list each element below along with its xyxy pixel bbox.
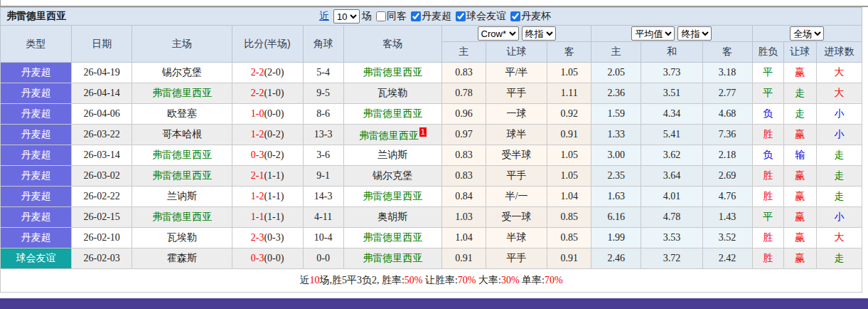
halftime-score: (1-1) [264, 191, 284, 201]
odds-line: 一球 [486, 104, 547, 125]
danish-cup-checkbox[interactable] [510, 11, 520, 21]
league-badge: 丹麦超 [1, 125, 72, 145]
odds-home: 0.83 [441, 63, 486, 83]
danish-superliga-label: 丹麦超 [422, 10, 451, 23]
result-handicap: 走 [783, 104, 816, 125]
corners-cell: 0-0 [303, 248, 343, 269]
home-team-name[interactable]: 弗雷德里西亚 [152, 170, 212, 181]
filter-club-friendly: 球会友谊 [456, 10, 506, 23]
avg-away: 2.42 [702, 248, 752, 269]
avg-draw: 3.64 [641, 166, 702, 187]
score-cell: 2-2(1-0) [232, 83, 303, 104]
odds-home: 0.97 [441, 125, 486, 145]
avg-draw: 4.01 [641, 187, 702, 207]
summary-value: 30% [501, 275, 520, 286]
home-team-name[interactable]: 欧登塞 [167, 108, 197, 119]
away-team-cell: 锡尔克堡 [343, 166, 441, 187]
average-stage-select[interactable]: 终指 [677, 26, 712, 41]
away-team-name[interactable]: 弗雷德里西亚 [363, 232, 422, 243]
home-team-name[interactable]: 哥本哈根 [162, 129, 202, 140]
home-team-name[interactable]: 弗雷德里西亚 [152, 211, 212, 222]
avg-home: 2.35 [591, 166, 641, 187]
score-cell: 1-2(1-1) [232, 187, 303, 207]
bookmaker-select[interactable]: Crow* [478, 26, 519, 41]
odds-stage-select[interactable]: 终指 [522, 26, 556, 41]
match-date: 26-02-03 [72, 248, 132, 269]
result-goals: 走 [816, 187, 862, 207]
result-outcome-header: 胜负 [752, 42, 783, 63]
league-badge: 丹麦超 [1, 83, 72, 104]
league-badge: 丹麦超 [1, 104, 72, 125]
summary-text: 单率: [520, 275, 545, 286]
club-friendly-checkbox[interactable] [456, 11, 466, 21]
corners-cell: 10-4 [303, 228, 343, 248]
away-team-name[interactable]: 兰讷斯 [377, 150, 407, 160]
stats-panel: 弗雷德里西亚 近 10 场 同客 丹麦超 球会友谊 丹麦杯 [0, 7, 862, 293]
league-badge: 丹麦超 [1, 207, 72, 228]
avg-draw: 3.51 [641, 83, 702, 104]
odds-away: 1.11 [547, 83, 591, 104]
avg-draw: 3.72 [641, 248, 702, 269]
club-friendly-label: 球会友谊 [466, 10, 506, 23]
away-team-name[interactable]: 弗雷德里西亚 [363, 108, 422, 119]
away-team-name[interactable]: 奥胡斯 [377, 211, 407, 222]
fulltime-score: 1-1 [251, 211, 264, 222]
same-away-checkbox[interactable] [376, 11, 386, 21]
avg-home: 1.63 [591, 187, 641, 207]
col-header-score: 比分(半场) [232, 26, 303, 63]
away-team-cell: 弗雷德里西亚 [343, 248, 441, 269]
away-team-cell: 兰讷斯 [343, 145, 441, 166]
summary-text: 场,胜5平3负2, 胜率: [319, 275, 404, 286]
scope-select[interactable]: 全场 [790, 26, 824, 41]
result-handicap: 赢 [783, 63, 816, 83]
odds-away: 0.91 [547, 125, 591, 145]
odds-home: 1.04 [441, 228, 486, 248]
odds-group-header: Crow*终指 [441, 26, 591, 42]
home-team-name[interactable]: 锡尔克堡 [162, 67, 202, 78]
same-away-label: 同客 [387, 10, 407, 23]
odds-away: 0.91 [547, 248, 591, 269]
col-header-corners: 角球 [303, 26, 343, 63]
odds-line: 平/半 [486, 63, 547, 83]
away-team-name[interactable]: 弗雷德里西亚 [359, 130, 419, 140]
home-team-name[interactable]: 弗雷德里西亚 [152, 88, 212, 98]
home-team-cell: 弗雷德里西亚 [132, 83, 232, 104]
summary-value: 70% [458, 275, 476, 286]
league-badge: 丹麦超 [1, 187, 72, 207]
fulltime-score: 1-0 [251, 108, 264, 119]
home-team-name[interactable]: 瓦埃勒 [167, 232, 197, 243]
average-select[interactable]: 平均值 [631, 26, 675, 41]
score-cell: 1-1(1-1) [232, 207, 303, 228]
away-team-name[interactable]: 锡尔克堡 [373, 170, 412, 181]
away-team-cell: 瓦埃勒 [343, 83, 441, 104]
danish-superliga-checkbox[interactable] [411, 11, 421, 21]
home-team-name[interactable]: 兰讷斯 [167, 191, 197, 201]
avg-home: 2.46 [591, 248, 641, 269]
home-team-cell: 锡尔克堡 [132, 63, 232, 83]
avg-away: 7.36 [702, 125, 752, 145]
away-team-name[interactable]: 弗雷德里西亚 [363, 67, 422, 78]
away-team-name[interactable]: 弗雷德里西亚 [363, 191, 422, 201]
recent-count-select[interactable]: 10 [333, 9, 360, 23]
match-date: 26-03-02 [72, 166, 132, 187]
result-outcome: 平 [752, 63, 783, 83]
home-team-name[interactable]: 弗雷德里西亚 [152, 150, 212, 160]
table-row: 丹麦超 26-04-19 锡尔克堡 2-2(2-0) 5-4 弗雷德里西亚 0.… [1, 63, 862, 83]
league-badge: 丹麦超 [1, 228, 72, 248]
fulltime-score: 2-3 [251, 232, 264, 243]
odds-line: 平手 [486, 166, 547, 187]
odds-away: 0.85 [547, 207, 591, 228]
avg-draw: 5.41 [641, 125, 702, 145]
away-team-name[interactable]: 瓦埃勒 [377, 88, 407, 98]
summary-value: 10 [309, 275, 319, 286]
away-team-name[interactable]: 弗雷德里西亚 [363, 253, 422, 263]
result-group-header: 全场 [752, 26, 862, 42]
odds-home: 1.03 [441, 207, 486, 228]
summary-text: 近 [299, 275, 309, 286]
recent-link[interactable]: 近 [319, 10, 329, 23]
avg-draw: 3.62 [641, 145, 702, 166]
odds-line: 球半 [486, 125, 547, 145]
result-outcome: 胜 [752, 125, 783, 145]
home-team-name[interactable]: 霍森斯 [167, 253, 197, 263]
score-cell: 0-3(0-0) [232, 248, 303, 269]
